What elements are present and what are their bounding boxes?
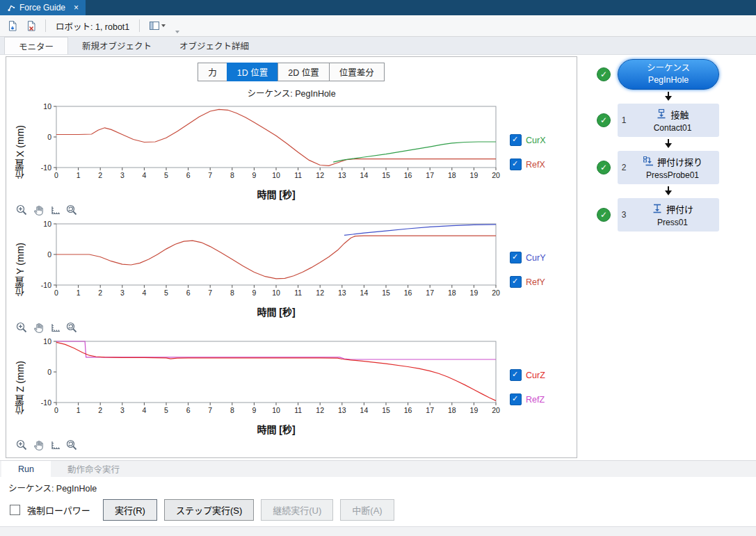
zoom-reset-icon[interactable] (65, 203, 79, 217)
svg-text:17: 17 (426, 171, 434, 179)
step-row-contact: ✓ 1 接触 Contact01 (597, 104, 719, 137)
page-delete-button[interactable] (23, 17, 40, 34)
axis-scale-icon[interactable] (48, 203, 62, 217)
tab-object-detail[interactable]: オブジェクト詳細 (166, 37, 263, 54)
step-node-pressprobe[interactable]: 2 押付け探り PressProbe01 (618, 151, 719, 184)
arrow-down-icon (665, 92, 672, 101)
svg-text:11: 11 (294, 406, 302, 414)
svg-text:20: 20 (492, 289, 500, 297)
titlebar: Force Guide × (0, 0, 756, 15)
svg-text:0: 0 (47, 250, 51, 259)
svg-text:3: 3 (120, 171, 124, 179)
chart-z-legend: CurZ RefZ (501, 337, 568, 437)
pan-hand-icon[interactable] (31, 320, 45, 334)
axis-scale-icon[interactable] (48, 438, 62, 452)
zoom-in-icon[interactable] (15, 438, 29, 452)
svg-text:12: 12 (316, 171, 324, 179)
tab-monitor[interactable]: モニター (4, 37, 68, 54)
toolbar-overflow-icon[interactable] (175, 31, 179, 33)
flow-arrow-row (597, 139, 719, 149)
zoom-in-icon[interactable] (15, 320, 29, 334)
svg-text:19: 19 (470, 171, 478, 179)
step-node-press[interactable]: 3 押付け Press01 (618, 198, 719, 232)
legend-checkbox-curx[interactable] (510, 134, 522, 146)
legend-item-curz: CurZ (510, 369, 568, 381)
chart-y-tools (15, 320, 571, 334)
document-tab-force-guide[interactable]: Force Guide × (0, 0, 86, 15)
chart-x-plot[interactable]: 01234567891011121314151617181920100-10時間… (29, 102, 501, 202)
chart-x-ylabel: 位置 X (mm) (12, 102, 29, 202)
legend-checkbox-refx[interactable] (510, 159, 522, 170)
svg-text:15: 15 (382, 289, 390, 297)
svg-text:14: 14 (360, 171, 369, 179)
chart-z-tools (15, 438, 571, 452)
tab-new-object[interactable]: 新規オブジェクト (68, 37, 166, 54)
chart-y-legend: CurY RefY (501, 220, 568, 320)
view-tab-1d-position[interactable]: 1D 位置 (227, 63, 278, 81)
svg-text:時間 [秒]: 時間 [秒] (257, 424, 295, 435)
svg-text:6: 6 (186, 289, 191, 297)
svg-text:7: 7 (208, 289, 212, 297)
legend-label-refz: RefZ (526, 395, 545, 405)
tab-run[interactable]: Run (1, 461, 51, 477)
legend-checkbox-cury[interactable] (510, 252, 522, 263)
svg-text:9: 9 (252, 289, 256, 297)
legend-checkbox-refz[interactable] (510, 393, 522, 405)
step-row-press: ✓ 3 押付け Press01 (597, 198, 719, 232)
svg-text:4: 4 (142, 289, 146, 297)
svg-text:10: 10 (43, 220, 51, 228)
view-tab-force[interactable]: 力 (198, 63, 227, 81)
sequence-node-label: シーケンス (647, 63, 690, 74)
zoom-in-icon[interactable] (15, 203, 29, 217)
svg-text:12: 12 (316, 406, 324, 414)
view-tab-position-diff[interactable]: 位置差分 (329, 63, 385, 81)
status-bar (0, 526, 756, 536)
svg-text:0: 0 (54, 406, 58, 414)
chart-z-plot[interactable]: 01234567891011121314151617181920100-10時間… (29, 337, 501, 437)
view-tabs: 力 1D 位置 2D 位置 位置差分 (12, 63, 571, 81)
svg-text:10: 10 (272, 171, 280, 179)
svg-text:1: 1 (77, 289, 81, 297)
chart-y-plot[interactable]: 01234567891011121314151617181920100-10時間… (29, 220, 501, 320)
svg-text:16: 16 (404, 289, 412, 297)
legend-label-curz: CurZ (526, 371, 545, 380)
main-content: 力 1D 位置 2D 位置 位置差分 シーケンス: PegInHole 位置 X… (0, 55, 756, 460)
zoom-reset-icon[interactable] (65, 320, 79, 334)
pan-hand-icon[interactable] (31, 203, 45, 217)
legend-checkbox-refy[interactable] (510, 276, 522, 288)
flow-arrow-row (597, 92, 719, 101)
close-icon[interactable]: × (74, 3, 79, 12)
chart-z-block: 位置 Z (mm) 012345678910111213141516171819… (12, 337, 571, 437)
legend-label-refy: RefY (526, 277, 545, 287)
step-node-contact[interactable]: 1 接触 Contact01 (618, 104, 719, 137)
axis-scale-icon[interactable] (48, 320, 62, 334)
low-power-checkbox[interactable] (10, 505, 20, 515)
svg-text:20: 20 (492, 406, 500, 414)
step-run-button[interactable]: ステップ実行(S) (164, 499, 254, 521)
layout-button[interactable] (145, 17, 169, 34)
chart-y-ylabel: 位置 Y (mm) (12, 220, 29, 320)
run-button[interactable]: 実行(R) (103, 499, 157, 521)
check-ok-icon: ✓ (597, 113, 611, 127)
page-arrow-button[interactable] (4, 17, 21, 34)
legend-checkbox-curz[interactable] (510, 369, 522, 381)
svg-text:15: 15 (382, 406, 390, 414)
view-tab-2d-position[interactable]: 2D 位置 (278, 63, 329, 81)
svg-text:7: 7 (208, 406, 212, 414)
step-title: 接触 (670, 108, 689, 121)
check-ok-icon: ✓ (597, 67, 611, 81)
svg-text:時間 [秒]: 時間 [秒] (257, 307, 295, 318)
legend-label-curx: CurX (526, 136, 545, 145)
sequence-flow-panel: ✓ シーケンス PegInHole ✓ 1 接触 (597, 55, 719, 232)
sequence-node[interactable]: シーケンス PegInHole (618, 59, 719, 90)
svg-text:14: 14 (360, 406, 369, 414)
svg-text:-10: -10 (41, 398, 51, 407)
legend-item-refy: RefY (510, 276, 568, 288)
pan-hand-icon[interactable] (31, 438, 45, 452)
flow-arrow-row (597, 186, 719, 196)
arrow-down-icon (665, 139, 672, 149)
arrow-down-icon (665, 186, 672, 196)
chart-x-tools (15, 203, 571, 217)
svg-text:9: 9 (252, 406, 256, 414)
zoom-reset-icon[interactable] (65, 438, 79, 452)
